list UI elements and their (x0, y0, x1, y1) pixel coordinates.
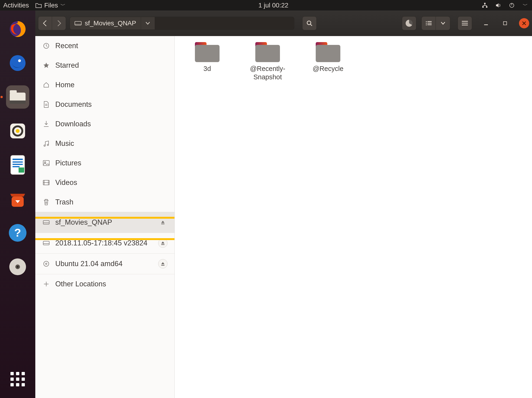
nav-back-button[interactable] (38, 16, 52, 30)
folder-item[interactable]: @Recently-Snapshot (244, 42, 291, 81)
panel-clock[interactable]: 1 jul 00:22 (65, 2, 481, 9)
sidebar-item-starred[interactable]: Starred (35, 56, 174, 75)
star-icon (42, 62, 50, 69)
svg-point-30 (426, 23, 427, 24)
drive-icon (75, 20, 82, 26)
chevron-left-icon (43, 20, 48, 26)
places-sidebar: Recent Starred Home Documents Downloads (35, 36, 175, 398)
path-bar-empty[interactable] (155, 17, 294, 30)
dock-item-firefox[interactable] (6, 17, 29, 41)
svg-point-48 (45, 263, 47, 264)
disc-icon (42, 261, 50, 267)
sidebar-item-music[interactable]: Music (35, 134, 174, 153)
nav-forward-button[interactable] (52, 16, 66, 30)
sidebar-item-snapshot-volume[interactable]: 2018.11.05-17:18:45 v23824 (35, 233, 174, 253)
maximize-icon (503, 21, 507, 26)
view-dropdown-button[interactable] (436, 16, 450, 30)
dock-item-files[interactable] (6, 85, 29, 109)
gnome-top-panel: Activities Files ﹀ 1 jul 00:22 ﹀ (0, 0, 532, 10)
eject-button[interactable] (158, 259, 167, 268)
svg-point-5 (10, 55, 25, 71)
clock-icon (42, 43, 50, 49)
activities-button[interactable]: Activities (3, 2, 29, 9)
eject-button[interactable] (158, 218, 167, 227)
chevron-down-icon (146, 22, 150, 25)
svg-point-41 (47, 144, 49, 146)
svg-point-28 (426, 21, 427, 22)
folder-item[interactable]: 3d (184, 42, 230, 73)
folder-icon (255, 42, 280, 62)
folder-item[interactable]: @Recycle (305, 42, 351, 73)
videos-icon (42, 180, 50, 185)
svg-text:?: ? (14, 227, 21, 239)
sidebar-item-label: Music (55, 139, 74, 148)
dock-item-libreoffice-writer[interactable] (6, 153, 29, 176)
path-bar-location[interactable]: sf_Movies_QNAP (70, 17, 141, 30)
show-applications-button[interactable] (10, 372, 25, 386)
svg-rect-37 (484, 24, 488, 25)
app-menu-files[interactable]: Files ﹀ (35, 2, 65, 9)
chevron-right-icon (57, 20, 62, 26)
headerbar: sf_Movies_QNAP (35, 10, 532, 36)
sidebar-item-downloads[interactable]: Downloads (35, 114, 174, 134)
sidebar-item-label: Recent (55, 42, 78, 50)
power-icon[interactable] (508, 3, 515, 8)
search-icon (306, 20, 313, 26)
svg-rect-45 (43, 221, 49, 224)
view-list-button[interactable] (421, 16, 436, 30)
dock-item-rhythmbox[interactable] (6, 119, 29, 143)
documents-icon (42, 101, 50, 108)
sidebar-item-pictures[interactable]: Pictures (35, 153, 174, 173)
svg-point-32 (426, 24, 427, 25)
sidebar-item-label: 2018.11.05-17:18:45 v23824 (55, 239, 147, 247)
dock-item-ubuntu-software[interactable] (6, 187, 29, 210)
sidebar-item-sf-movies-qnap[interactable]: sf_Movies_QNAP (35, 212, 174, 233)
sidebar-item-trash[interactable]: Trash (35, 192, 174, 212)
drive-icon (42, 240, 50, 246)
svg-point-24 (17, 266, 19, 268)
svg-rect-16 (13, 164, 23, 165)
svg-rect-17 (13, 166, 19, 167)
svg-rect-2 (486, 6, 488, 8)
svg-point-40 (44, 145, 45, 146)
files-window: sf_Movies_QNAP (35, 10, 532, 398)
svg-rect-14 (13, 159, 23, 160)
pictures-icon (42, 160, 50, 166)
eject-icon (161, 220, 165, 224)
system-menu-chevron-icon[interactable]: ﹀ (522, 2, 529, 9)
svg-rect-35 (462, 23, 468, 24)
sidebar-item-ubuntu-iso[interactable]: Ubuntu 21.04 amd64 (35, 254, 174, 274)
path-bar-dropdown[interactable] (141, 17, 155, 30)
sidebar-item-recent[interactable]: Recent (35, 36, 174, 56)
window-close-button[interactable] (519, 18, 529, 28)
svg-rect-46 (43, 241, 49, 245)
eject-icon (161, 241, 165, 245)
svg-rect-1 (482, 6, 484, 8)
folder-label: 3d (203, 65, 211, 73)
window-maximize-button[interactable] (500, 18, 510, 28)
window-minimize-button[interactable] (481, 18, 491, 28)
hamburger-icon (462, 21, 468, 26)
sidebar-item-videos[interactable]: Videos (35, 173, 174, 192)
dock-item-optical-disc[interactable] (6, 255, 29, 278)
sidebar-item-documents[interactable]: Documents (35, 95, 174, 114)
sidebar-item-label: Ubuntu 21.04 amd64 (55, 260, 123, 268)
sidebar-item-home[interactable]: Home (35, 75, 174, 95)
volume-icon[interactable] (495, 3, 502, 8)
sidebar-item-other-locations[interactable]: Other Locations (35, 274, 174, 294)
hamburger-menu-button[interactable] (458, 16, 472, 30)
svg-rect-36 (462, 25, 468, 25)
eject-button[interactable] (158, 238, 167, 248)
svg-rect-26 (75, 24, 81, 25)
folder-label: @Recycle (313, 65, 344, 73)
dock-item-help[interactable]: ? (6, 221, 29, 244)
sidebar-item-label: Trash (55, 198, 73, 206)
dock-item-thunderbird[interactable] (6, 52, 29, 75)
network-icon[interactable] (481, 3, 488, 8)
folder-icon (35, 3, 42, 8)
search-button[interactable] (302, 16, 317, 30)
svg-rect-38 (503, 22, 507, 25)
disk-usage-button[interactable] (402, 16, 416, 30)
sidebar-item-label: Starred (55, 61, 79, 70)
icon-view[interactable]: 3d @Recently-Snapshot @Recycle (175, 36, 532, 398)
